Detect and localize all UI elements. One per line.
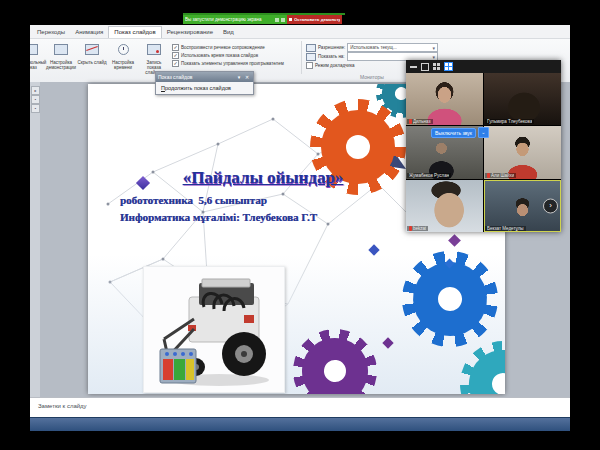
robot-photo (143, 266, 285, 393)
monitor-icon (306, 53, 316, 61)
slide-subtitle[interactable]: робототехника 5,6 сыныптар (120, 194, 267, 206)
share-bar-icon[interactable] (281, 18, 285, 22)
mute-tooltip: Выключить звук ⌄ (431, 127, 489, 138)
zoom-window-titlebar[interactable] (406, 60, 561, 73)
setup-slideshow-icon (54, 44, 68, 55)
chevron-down-icon[interactable]: ▾ (235, 73, 243, 81)
notes-pane[interactable]: Заметки к слайду (30, 397, 570, 418)
pane-mini-button[interactable]: ▸ (31, 86, 40, 95)
screen-share-banner: Вы запустили демонстрацию экрана (183, 15, 287, 24)
setup-checkboxes: ✓ Воспроизвести речевое сопровождение ✓ … (172, 43, 299, 67)
tab-animations[interactable]: Анимация (70, 27, 108, 38)
use-timings-checkbox[interactable]: ✓ Использовать время показа слайдов (172, 51, 299, 59)
custom-show-icon (30, 44, 38, 55)
muted-mic-icon (409, 226, 412, 231)
share-bar-icon[interactable] (275, 18, 279, 22)
checkbox-checked-icon: ✓ (172, 60, 179, 67)
minimize-icon[interactable] (410, 66, 417, 68)
mute-more-button[interactable]: ⌄ (478, 127, 489, 138)
ribbon-tab-bar: Переходы Анимация Показ слайдов Рецензир… (30, 25, 570, 39)
resolution-label: Разрешение: (318, 45, 345, 50)
stop-share-button[interactable]: Остановить демонстрацию (287, 15, 342, 24)
gallery-view-icon[interactable] (433, 63, 440, 70)
ribbon-separator (301, 41, 302, 74)
checkbox-checked-icon: ✓ (172, 44, 179, 51)
muted-mic-icon (487, 173, 490, 178)
rehearse-timings-button[interactable]: Настройка времени (108, 41, 138, 78)
clock-icon (118, 44, 129, 55)
tab-review[interactable]: Рецензирование (162, 27, 218, 38)
checkbox-checked-icon: ✓ (172, 52, 179, 59)
floating-toolbar-title: Показ слайдов (158, 74, 235, 80)
stop-icon (289, 18, 292, 21)
checkbox-unchecked-icon (306, 62, 313, 69)
video-grid: Дильназ Гульмира Тлеубекова Жумабеков Ру… (406, 73, 561, 232)
slide-title[interactable]: «Пайдалы ойындар» (118, 168, 408, 188)
slide-teacher-line[interactable]: Информатика мұғалімі: Тлеубекова Г.Т (120, 211, 317, 223)
video-tile[interactable]: Гульмира Тлеубекова (484, 73, 561, 125)
show-on-label: Показать на: (318, 54, 345, 59)
hide-slide-button[interactable]: Скрыть слайд (77, 41, 107, 78)
next-page-button[interactable]: › (543, 198, 558, 213)
record-icon (147, 44, 161, 55)
pane-mini-button[interactable]: ▪ (31, 95, 40, 104)
video-tile[interactable]: bekzat (406, 180, 483, 232)
notes-placeholder: Заметки к слайду (38, 403, 87, 409)
setup-slideshow-button[interactable]: Настройка демонстрации (46, 41, 76, 78)
gallery-view-active-icon[interactable] (444, 62, 453, 71)
muted-mic-icon (409, 119, 412, 124)
play-narrations-checkbox[interactable]: ✓ Воспроизвести речевое сопровождение (172, 43, 299, 51)
pane-mini-button[interactable]: ▪ (31, 104, 40, 113)
slideshow-floating-toolbar: Показ слайдов ▾ ✕ Продолжить показ слайд… (155, 71, 254, 95)
close-icon[interactable]: ✕ (243, 73, 251, 81)
hide-slide-icon (85, 44, 99, 55)
chevron-down-icon: ▾ (432, 45, 435, 51)
share-message: Вы запустили демонстрацию экрана (185, 17, 273, 22)
monitor-icon (306, 44, 316, 52)
tab-slideshow[interactable]: Показ слайдов (108, 26, 161, 38)
status-bar (30, 417, 570, 431)
tab-transitions[interactable]: Переходы (32, 27, 70, 38)
resume-slideshow-item[interactable]: Продолжить показ слайдов (156, 82, 253, 94)
video-tile[interactable]: Али Шайхи (484, 126, 561, 178)
mute-tooltip-label[interactable]: Выключить звук (431, 128, 476, 138)
video-tile-active-speaker[interactable]: Бекзат Медетұлы › (484, 180, 561, 232)
chevron-down-icon: ▾ (432, 54, 435, 60)
speaker-view-icon[interactable] (421, 63, 429, 71)
tab-view[interactable]: Вид (218, 27, 239, 38)
resolution-dropdown[interactable]: Использовать текущ...▾ (347, 43, 438, 52)
show-media-controls-checkbox[interactable]: ✓ Показать элементы управления проигрыва… (172, 59, 299, 67)
video-tile[interactable]: Дильназ (406, 73, 483, 125)
zoom-video-window[interactable]: Дильназ Гульмира Тлеубекова Жумабеков Ру… (406, 60, 561, 232)
